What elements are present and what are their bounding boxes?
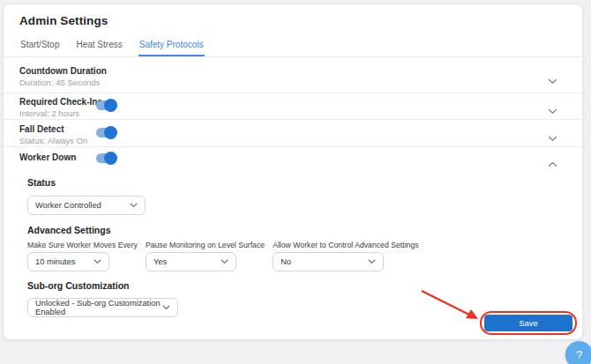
status-section-heading: Status — [27, 177, 527, 188]
admin-settings-card: Admin Settings Start/Stop Heat Stress Sa… — [3, 4, 583, 340]
row-subtitle: Status: Always On — [19, 136, 543, 145]
tab-start-stop[interactable]: Start/Stop — [19, 38, 60, 56]
tab-safety-protocols[interactable]: Safety Protocols — [138, 38, 205, 56]
worker-down-expanded-panel: Status Worker Controlled Advanced Settin… — [19, 163, 543, 317]
row-worker-down[interactable]: Worker Down Status Worker Controlled Adv… — [4, 147, 582, 317]
row-subtitle: Interval: 2 hours — [19, 108, 543, 118]
fall-detect-toggle[interactable] — [96, 128, 116, 137]
chevron-down-icon[interactable] — [548, 72, 557, 88]
row-fall-detect[interactable]: Fall Detect Status: Always On — [4, 120, 582, 147]
suborg-customization-select[interactable]: Unlocked - Sub-org Customization Enabled — [27, 298, 178, 317]
field-label: Pause Monitoring on Level Surface — [146, 241, 265, 249]
status-select[interactable]: Worker Controlled — [27, 196, 146, 215]
chevron-up-icon[interactable] — [548, 155, 557, 171]
chevron-down-icon[interactable] — [548, 102, 557, 118]
chevron-down-icon — [162, 303, 170, 312]
chevron-down-icon — [130, 201, 138, 210]
select-value: No — [281, 257, 291, 266]
worker-moves-every-select[interactable]: 10 minutes — [27, 252, 109, 271]
tab-heat-stress[interactable]: Heat Stress — [75, 38, 123, 56]
chevron-down-icon[interactable] — [548, 130, 557, 145]
row-title: Countdown Duration — [19, 65, 543, 77]
status-select-value: Worker Controlled — [35, 201, 101, 210]
field-pause-monitoring: Pause Monitoring on Level Surface Yes — [146, 241, 265, 271]
field-allow-worker-control: Allow Worker to Control Advanced Setting… — [273, 241, 418, 271]
chevron-down-icon — [221, 257, 228, 266]
question-mark-icon: ? — [576, 348, 582, 361]
save-button[interactable]: Save — [484, 315, 572, 331]
pause-monitoring-select[interactable]: Yes — [146, 252, 236, 271]
advanced-settings-heading: Advanced Settings — [27, 225, 527, 235]
help-button[interactable]: ? — [565, 341, 591, 364]
select-value: Yes — [153, 257, 167, 266]
select-value: Unlocked - Sub-org Customization Enabled — [35, 299, 162, 316]
page-title: Admin Settings — [19, 14, 566, 27]
allow-worker-control-select[interactable]: No — [273, 252, 384, 271]
field-label: Make Sure Worker Moves Every — [27, 241, 138, 249]
row-countdown-duration[interactable]: Countdown Duration Duration: 45 Seconds — [4, 57, 582, 93]
select-value: 10 minutes — [35, 257, 75, 266]
advanced-settings-grid: Make Sure Worker Moves Every 10 minutes … — [27, 241, 527, 271]
suborg-customization-heading: Sub-org Customization — [27, 280, 527, 291]
field-label: Allow Worker to Control Advanced Setting… — [273, 241, 418, 249]
field-worker-moves-every: Make Sure Worker Moves Every 10 minutes — [27, 241, 138, 271]
worker-down-toggle[interactable] — [96, 153, 116, 163]
tab-bar: Start/Stop Heat Stress Safety Protocols — [19, 38, 566, 56]
row-required-check-ins[interactable]: Required Check-Ins Interval: 2 hours — [4, 93, 582, 120]
row-subtitle: Duration: 45 Seconds — [19, 78, 543, 87]
card-header: Admin Settings Start/Stop Heat Stress Sa… — [4, 4, 582, 56]
chevron-down-icon — [94, 257, 101, 266]
chevron-down-icon — [368, 257, 376, 266]
required-check-ins-toggle[interactable] — [96, 100, 116, 110]
